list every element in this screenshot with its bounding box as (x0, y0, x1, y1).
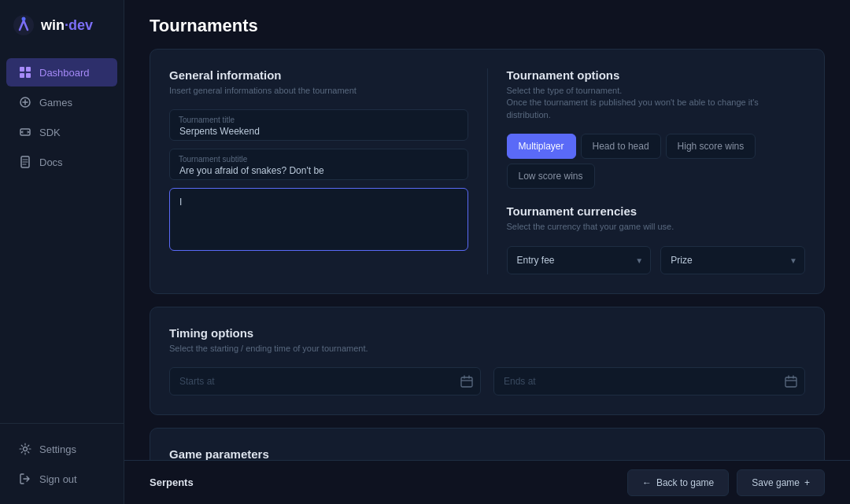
ends-at-input[interactable] (493, 367, 805, 395)
dashboard-icon (19, 66, 31, 79)
main-content: Tournaments General information Insert g… (124, 0, 850, 504)
sidebar-item-label: Dashboard (39, 67, 90, 79)
sidebar: win·dev Dashboard Games (0, 0, 124, 504)
back-label: Back to game (656, 477, 714, 488)
type-btn-head-to-head[interactable]: Head to head (581, 134, 661, 159)
sidebar-item-games[interactable]: Games (6, 88, 117, 116)
tournament-title-input[interactable] (169, 109, 468, 141)
sidebar-item-label: SDK (39, 127, 61, 138)
timing-row (169, 367, 805, 395)
save-game-button[interactable]: Save game + (737, 469, 825, 496)
tournament-description-input[interactable]: I (169, 188, 468, 251)
tournament-options-title: Tournament options (507, 68, 806, 82)
title-input-wrapper: Tournament title (169, 109, 468, 149)
save-label: Save game (752, 477, 800, 488)
general-info-section: General information Insert general infor… (169, 68, 468, 274)
sidebar-item-dashboard[interactable]: Dashboard (6, 58, 117, 86)
currencies-title: Tournament currencies (507, 204, 806, 218)
signout-icon (19, 473, 31, 485)
save-plus-icon: + (804, 477, 810, 488)
starts-at-input[interactable] (169, 367, 481, 395)
svg-rect-4 (20, 73, 24, 78)
sidebar-item-label: Sign out (39, 473, 77, 485)
general-info-subtitle: Insert general informations about the to… (169, 85, 468, 97)
logo: win·dev (0, 0, 124, 50)
footer-game-name: Serpents (150, 476, 194, 488)
tournament-options-section: Tournament options Select the type of to… (507, 68, 806, 274)
tournament-options-subtitle: Select the type of tournament. Once the … (507, 85, 806, 121)
main-nav: Dashboard Games SDK (0, 50, 124, 423)
sidebar-item-label: Settings (39, 443, 76, 455)
svg-rect-3 (26, 67, 31, 72)
tournament-subtitle-input[interactable] (169, 149, 468, 180)
sidebar-item-settings[interactable]: Settings (6, 435, 117, 463)
ends-at-field (493, 367, 805, 395)
back-to-game-button[interactable]: ← Back to game (627, 469, 729, 496)
section-divider (487, 68, 488, 274)
tournament-type-buttons: Multiplayer Head to head High score wins… (507, 134, 806, 189)
footer-buttons: ← Back to game Save game + (627, 469, 825, 496)
svg-point-1 (22, 17, 26, 21)
settings-icon (19, 443, 31, 455)
footer: Serpents ← Back to game Save game + (124, 460, 850, 504)
sidebar-bottom: Settings Sign out (0, 423, 124, 504)
starts-at-field (169, 367, 481, 395)
sidebar-item-label: Docs (39, 156, 63, 168)
game-params-title: Game parameters (169, 447, 805, 461)
svg-rect-5 (26, 73, 31, 78)
sdk-icon (19, 126, 31, 138)
sidebar-item-sdk[interactable]: SDK (6, 118, 117, 146)
prize-select[interactable]: Prize (660, 246, 805, 274)
currencies-subtitle: Select the currency that your game will … (507, 221, 806, 233)
timing-title: Timing options (169, 326, 805, 340)
subtitle-input-wrapper: Tournament subtitle (169, 149, 468, 188)
svg-point-9 (24, 447, 28, 451)
back-arrow-icon: ← (642, 477, 652, 488)
page-title: Tournaments (150, 16, 825, 36)
prize-wrapper: Prize ▼ (660, 246, 805, 274)
sidebar-item-docs[interactable]: Docs (6, 148, 117, 176)
type-btn-low-score[interactable]: Low score wins (507, 164, 595, 189)
timing-subtitle: Select the starting / ending time of you… (169, 343, 805, 355)
general-info-title: General information (169, 68, 468, 82)
docs-icon (19, 156, 31, 168)
sidebar-item-label: Games (39, 97, 72, 109)
timing-card: Timing options Select the starting / end… (150, 307, 825, 415)
sidebar-item-signout[interactable]: Sign out (6, 465, 117, 493)
games-icon (19, 96, 31, 109)
content-area: General information Insert general infor… (124, 49, 850, 504)
general-options-card: General information Insert general infor… (150, 49, 825, 294)
type-btn-high-score[interactable]: High score wins (666, 134, 756, 159)
page-header: Tournaments (124, 0, 850, 49)
logo-win: win (41, 17, 65, 33)
entry-fee-select[interactable]: Entry fee (507, 246, 652, 274)
svg-rect-2 (20, 67, 24, 72)
entry-fee-wrapper: Entry fee ▼ (507, 246, 652, 274)
type-btn-multiplayer[interactable]: Multiplayer (507, 134, 576, 159)
logo-dev: dev (68, 17, 93, 33)
currency-row: Entry fee ▼ Prize ▼ (507, 246, 806, 274)
